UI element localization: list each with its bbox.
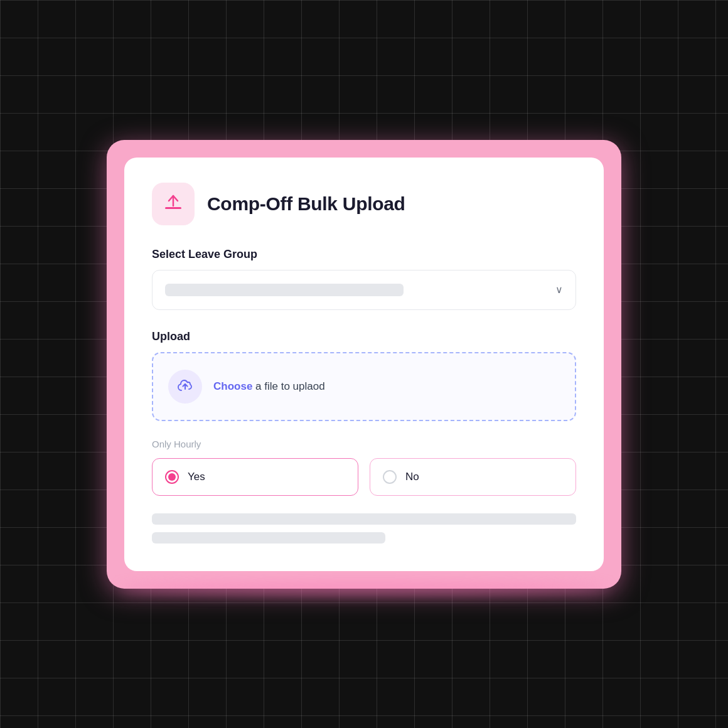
svg-rect-0 — [165, 207, 181, 209]
app-icon-wrap — [152, 183, 195, 225]
upload-label: Upload — [152, 330, 576, 343]
upload-zone-text: Choose a file to uplaod — [213, 380, 325, 393]
upload-zone-suffix: a file to uplaod — [255, 380, 325, 392]
header: Comp-Off Bulk Upload — [152, 183, 576, 225]
select-leave-group-section: Select Leave Group ∨ — [152, 248, 576, 310]
only-hourly-label: Only Hourly — [152, 439, 576, 449]
file-upload-zone[interactable]: Choose a file to uplaod — [152, 352, 576, 421]
placeholder-bar-1 — [152, 513, 576, 525]
select-leave-group-label: Select Leave Group — [152, 248, 576, 261]
leave-group-dropdown[interactable]: ∨ — [152, 270, 576, 310]
dropdown-placeholder — [165, 284, 404, 296]
cloud-upload-icon-wrap — [168, 370, 202, 404]
radio-label-no: No — [405, 471, 419, 483]
upload-icon — [163, 193, 184, 215]
outer-card: Comp-Off Bulk Upload Select Leave Group … — [107, 140, 621, 589]
radio-dot-yes — [168, 473, 176, 481]
page-title: Comp-Off Bulk Upload — [207, 193, 405, 215]
placeholder-bar-2 — [152, 532, 385, 543]
chevron-down-icon: ∨ — [555, 284, 563, 296]
upload-section: Upload Choose a file to uplaod — [152, 330, 576, 421]
radio-option-yes[interactable]: Yes — [152, 458, 358, 496]
radio-circle-yes — [165, 470, 179, 484]
choose-link[interactable]: Choose — [213, 380, 252, 392]
only-hourly-section: Only Hourly Yes No — [152, 439, 576, 496]
bottom-placeholder-bars — [152, 513, 576, 543]
radio-group: Yes No — [152, 458, 576, 496]
radio-option-no[interactable]: No — [370, 458, 576, 496]
inner-card: Comp-Off Bulk Upload Select Leave Group … — [124, 158, 604, 571]
radio-circle-no — [383, 470, 397, 484]
cloud-upload-icon — [176, 378, 194, 395]
radio-label-yes: Yes — [188, 471, 205, 483]
